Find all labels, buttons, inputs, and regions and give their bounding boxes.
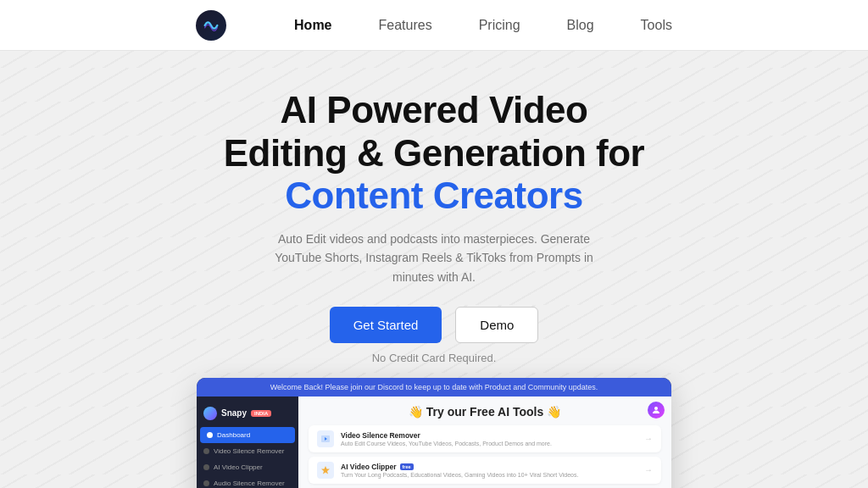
logo-icon — [196, 10, 226, 41]
navbar: Home Features Pricing Blog Tools — [0, 0, 868, 51]
sidebar-header: Snapy INDIA — [197, 403, 298, 427]
sidebar-item-avc[interactable]: AI Video Clipper — [197, 459, 298, 475]
tool-icon-vsr — [317, 430, 334, 447]
tool-card-avc[interactable]: AI Video Clipper free Turn Your Long Pod… — [309, 457, 661, 484]
sidebar-asr-label: Audio Silence Remover — [214, 480, 285, 487]
main-content: AI Powered Video Editing & Generation fo… — [0, 51, 868, 488]
app-topbar-text: Welcome Back! Please join our Discord to… — [270, 383, 598, 391]
sidebar-logo — [203, 407, 217, 420]
sidebar-badge: INDIA — [251, 410, 271, 417]
app-body: Snapy INDIA Dashboard Video Silence Remo… — [197, 396, 671, 488]
get-started-button[interactable]: Get Started — [330, 307, 442, 343]
sidebar-item-asr[interactable]: Audio Silence Remover — [197, 475, 298, 488]
no-credit-text: No Credit Card Required. — [372, 352, 497, 364]
tool-desc-vsr: Auto Edit Course Videos, YouTube Videos,… — [341, 441, 637, 446]
sidebar-dot-2 — [203, 448, 209, 454]
app-topbar: Welcome Back! Please join our Discord to… — [197, 378, 671, 396]
svg-marker-2 — [321, 466, 330, 474]
app-sidebar: Snapy INDIA Dashboard Video Silence Remo… — [197, 396, 298, 488]
sidebar-dot — [207, 432, 213, 438]
nav-pricing[interactable]: Pricing — [479, 18, 520, 33]
nav-home[interactable]: Home — [294, 18, 331, 33]
tool-arrow-vsr: → — [644, 434, 653, 443]
nav-blog[interactable]: Blog — [567, 18, 594, 33]
demo-button[interactable]: Demo — [455, 307, 538, 343]
hero-title-line2: Editing & Generation for — [224, 132, 644, 175]
sidebar-item-dashboard[interactable]: Dashboard — [200, 427, 295, 443]
avatar — [648, 402, 665, 419]
tool-info-vsr: Video Silence Remover Auto Edit Course V… — [341, 431, 637, 446]
hero-title-line1: AI Powered Video — [224, 89, 644, 132]
sidebar-vsr-label: Video Silence Remover — [214, 447, 284, 455]
tool-badge-avc: free — [400, 463, 414, 470]
nav-links: Home Features Pricing Blog Tools — [294, 18, 672, 33]
app-preview: Welcome Back! Please join our Discord to… — [197, 378, 671, 488]
nav-tools[interactable]: Tools — [641, 18, 672, 33]
tool-name-avc: AI Video Clipper free — [341, 463, 637, 471]
sidebar-app-name: Snapy — [221, 408, 247, 418]
hero-section: AI Powered Video Editing & Generation fo… — [224, 89, 644, 218]
tool-icon-avc — [317, 462, 334, 479]
hero-buttons: Get Started Demo — [330, 307, 539, 343]
svg-point-0 — [654, 407, 658, 410]
hero-subtitle: Auto Edit videos and podcasts into maste… — [273, 230, 595, 286]
sidebar-dot-4 — [203, 480, 209, 486]
tool-arrow-avc: → — [644, 465, 653, 474]
tool-name-vsr: Video Silence Remover — [341, 431, 637, 440]
nav-features[interactable]: Features — [379, 18, 432, 33]
tool-info-avc: AI Video Clipper free Turn Your Long Pod… — [341, 463, 637, 478]
tool-desc-avc: Turn Your Long Podcasts, Educational Vid… — [341, 472, 637, 478]
sidebar-avc-label: AI Video Clipper — [214, 463, 263, 471]
sidebar-item-vsr[interactable]: Video Silence Remover — [197, 443, 298, 459]
sidebar-dot-3 — [203, 464, 209, 470]
app-main-panel: 👋 Try our Free AI Tools 👋 Video Silence … — [298, 396, 671, 488]
app-main-title: 👋 Try our Free AI Tools 👋 — [309, 405, 661, 419]
nav-logo[interactable] — [196, 10, 226, 41]
sidebar-dashboard-label: Dashboard — [217, 431, 250, 439]
tool-card-vsr[interactable]: Video Silence Remover Auto Edit Course V… — [309, 425, 661, 452]
hero-title-blue: Content Creators — [224, 175, 644, 218]
